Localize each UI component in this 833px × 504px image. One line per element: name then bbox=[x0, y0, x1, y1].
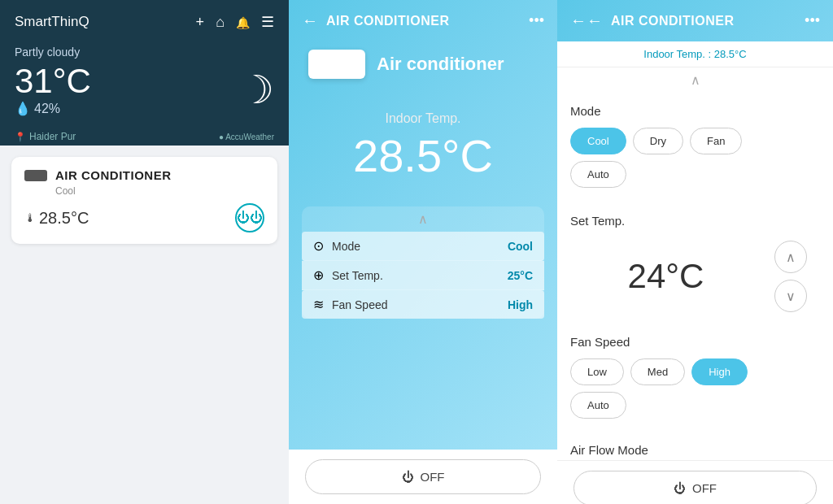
device-bottom: 28.5°C ⏻ bbox=[24, 203, 264, 232]
mode-auto-button[interactable]: Auto bbox=[570, 161, 626, 188]
device-mode: Cool bbox=[55, 185, 264, 197]
location-icon bbox=[15, 131, 26, 142]
info-row-mode: ⊙ Mode Cool bbox=[302, 232, 544, 261]
middle-panel-header: AIR CONDITIONER ••• bbox=[289, 0, 557, 41]
set-temp-row: 24°C ∧ ∨ bbox=[570, 237, 820, 315]
middle-panel: AIR CONDITIONER ••• Air conditioner Indo… bbox=[289, 0, 557, 504]
device-card-header: AIR CONDITIONER bbox=[24, 168, 264, 182]
info-row-fanspeed: ≋ Fan Speed High bbox=[302, 290, 544, 319]
mode-row-label: Mode bbox=[332, 240, 360, 253]
air-flow-label: Air Flow Mode bbox=[557, 437, 833, 460]
settemp-row-value: 25°C bbox=[508, 269, 533, 282]
middle-power-icon: ⏻ bbox=[402, 470, 414, 484]
scroll-up-indicator: ∧ bbox=[302, 206, 544, 232]
fan-speed-button-group-2: Auto bbox=[570, 392, 820, 419]
accuweather-logo: ● AccuWeather bbox=[219, 133, 274, 141]
info-rows-container: ∧ ⊙ Mode Cool ⊕ Set Temp. 25°C ≋ Fan Spe… bbox=[302, 206, 544, 319]
ac-device-label: Air conditioner bbox=[377, 54, 504, 75]
chevron-up-icon: ∧ bbox=[786, 250, 796, 265]
right-off-button-container: ⏻ OFF bbox=[557, 460, 833, 504]
mode-row-icon: ⊙ bbox=[313, 238, 324, 254]
info-row-settemp-left: ⊕ Set Temp. bbox=[313, 267, 383, 283]
indoor-temp-display: Indoor Temp. 28.5°C bbox=[289, 95, 557, 206]
settemp-row-label: Set Temp. bbox=[332, 269, 383, 282]
middle-off-button-container: ⏻ OFF bbox=[289, 450, 557, 504]
right-dots-menu[interactable]: ••• bbox=[805, 12, 820, 29]
mode-dry-button[interactable]: Dry bbox=[633, 128, 683, 154]
mode-cool-button[interactable]: Cool bbox=[570, 128, 626, 154]
mode-row-value: Cool bbox=[508, 240, 533, 253]
thermometer-icon bbox=[24, 211, 36, 225]
device-temperature: 28.5°C bbox=[39, 209, 89, 228]
device-temp-row: 28.5°C bbox=[24, 209, 89, 228]
right-back-button[interactable]: ← bbox=[570, 11, 603, 30]
device-power-button[interactable]: ⏻ bbox=[235, 203, 264, 232]
middle-dots-menu[interactable]: ••• bbox=[529, 12, 544, 29]
fan-speed-button-group: Low Med High bbox=[570, 358, 820, 385]
back-button[interactable] bbox=[302, 11, 318, 30]
left-panel: SmartThinQ Partly cloudy 31°C 💧 42% ☽ Ha… bbox=[0, 0, 289, 504]
mode-button-group-2: Auto bbox=[570, 161, 820, 188]
weather-section: Partly cloudy 31°C 💧 42% ☽ bbox=[0, 37, 289, 128]
fan-speed-label: Fan Speed bbox=[570, 335, 820, 349]
indoor-temp-value: 28.5°C bbox=[289, 129, 557, 182]
fan-auto-button[interactable]: Auto bbox=[570, 392, 626, 419]
left-header: SmartThinQ bbox=[0, 0, 289, 37]
right-panel-title: AIR CONDITIONER bbox=[611, 14, 796, 28]
temp-decrease-button[interactable]: ∨ bbox=[774, 280, 807, 312]
set-temp-label: Set Temp. bbox=[570, 214, 820, 228]
weather-main: 31°C 💧 42% ☽ bbox=[15, 62, 274, 116]
humidity-row: 💧 42% bbox=[15, 101, 91, 116]
app-title: SmartThinQ bbox=[15, 14, 89, 30]
settemp-row-icon: ⊕ bbox=[313, 267, 324, 283]
set-temp-value: 24°C bbox=[570, 249, 761, 304]
info-row-fanspeed-left: ≋ Fan Speed bbox=[313, 297, 388, 312]
bell-icon[interactable] bbox=[236, 14, 250, 31]
ac-icon-small bbox=[24, 170, 47, 181]
mode-section: Mode Cool Dry Fan Auto bbox=[557, 93, 833, 201]
fan-med-button[interactable]: Med bbox=[630, 358, 685, 385]
right-panel: ← AIR CONDITIONER ••• Indoor Temp. : 28.… bbox=[557, 0, 833, 504]
fanspeed-row-icon: ≋ bbox=[313, 297, 324, 312]
right-off-label: OFF bbox=[692, 481, 717, 495]
fanspeed-row-value: High bbox=[508, 298, 533, 311]
devices-section: AIR CONDITIONER Cool 28.5°C ⏻ bbox=[0, 146, 289, 504]
fan-low-button[interactable]: Low bbox=[570, 358, 624, 385]
info-row-mode-left: ⊙ Mode bbox=[313, 238, 360, 254]
right-panel-header: ← AIR CONDITIONER ••• bbox=[557, 0, 833, 41]
menu-icon[interactable] bbox=[261, 13, 274, 31]
indoor-temp-bar: Indoor Temp. : 28.5°C bbox=[557, 41, 833, 67]
indoor-temp-label: Indoor Temp. bbox=[289, 111, 557, 126]
device-card[interactable]: AIR CONDITIONER Cool 28.5°C ⏻ bbox=[11, 157, 277, 244]
fanspeed-row-label: Fan Speed bbox=[332, 298, 388, 311]
ac-device-header: Air conditioner bbox=[289, 41, 557, 95]
set-temp-section: Set Temp. 24°C ∧ ∨ bbox=[557, 207, 833, 322]
weather-temperature: 31°C bbox=[15, 62, 91, 101]
temp-controls: ∧ ∨ bbox=[761, 237, 820, 315]
humidity-icon: 💧 bbox=[15, 101, 31, 116]
temp-increase-button[interactable]: ∧ bbox=[774, 241, 807, 273]
humidity-value: 42% bbox=[34, 102, 60, 116]
scroll-chevron-up: ∧ bbox=[557, 67, 833, 93]
power-icon: ⏻ bbox=[237, 211, 263, 225]
device-name: AIR CONDITIONER bbox=[55, 168, 172, 182]
info-row-settemp: ⊕ Set Temp. 25°C bbox=[302, 261, 544, 290]
fan-speed-section: Fan Speed Low Med High Auto bbox=[557, 328, 833, 437]
right-off-button[interactable]: ⏻ OFF bbox=[574, 471, 817, 504]
mode-section-label: Mode bbox=[570, 104, 820, 118]
location-row: Haider Pur ● AccuWeather bbox=[0, 128, 289, 146]
location-text: Haider Pur bbox=[29, 131, 76, 142]
weather-condition: Partly cloudy bbox=[15, 46, 274, 59]
header-icons bbox=[196, 13, 274, 31]
home-icon[interactable] bbox=[216, 14, 225, 31]
mode-fan-button[interactable]: Fan bbox=[690, 128, 742, 154]
mode-button-group: Cool Dry Fan bbox=[570, 128, 820, 154]
right-power-icon: ⏻ bbox=[674, 481, 686, 495]
moon-icon: ☽ bbox=[239, 67, 274, 112]
add-icon[interactable] bbox=[196, 14, 205, 31]
middle-off-label: OFF bbox=[421, 470, 445, 484]
middle-off-button[interactable]: ⏻ OFF bbox=[305, 459, 541, 494]
chevron-down-icon: ∨ bbox=[786, 289, 796, 304]
fan-high-button[interactable]: High bbox=[691, 358, 748, 385]
ac-icon-large bbox=[308, 50, 365, 79]
